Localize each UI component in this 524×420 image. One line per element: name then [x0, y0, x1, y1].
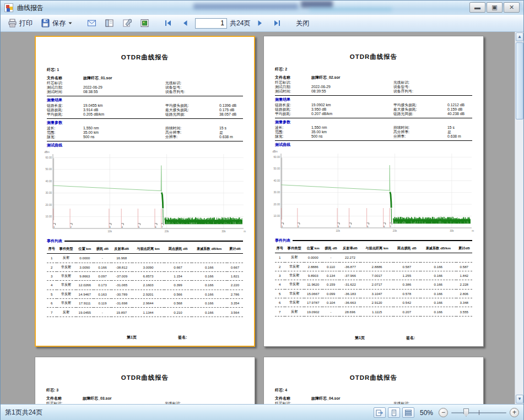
event-cell: 0.166: [94, 263, 111, 271]
event-cell: 0.542: [393, 298, 420, 307]
event-cell: -31.622: [339, 280, 360, 289]
report-page-3[interactable]: OTDR曲线报告 纤芯: 3 文件名称故障纤芯_03.sor 纤芯标识:光缆标识…: [35, 357, 255, 404]
print-button[interactable]: 打印: [5, 17, 35, 30]
watermark-button[interactable]: [137, 17, 152, 29]
event-cell: 0.134: [322, 271, 340, 280]
svg-text:20k: 20k: [393, 230, 397, 232]
event-cell: 9.8903: [304, 271, 322, 280]
section-curve: 测试曲线: [275, 142, 472, 148]
section-params: 测量参数: [275, 119, 472, 125]
svg-text:30.00: 30.00: [274, 191, 280, 194]
svg-text:30.00: 30.00: [46, 192, 52, 194]
params-grid: 波长:1,550 nm 持续时间:15 s 范围:35.00 km 高分辨率:是…: [47, 126, 243, 139]
close-preview-button[interactable]: 关闭: [293, 17, 312, 30]
minimize-button[interactable]: ▬: [469, 2, 485, 13]
event-cell: 19.0455: [76, 308, 94, 317]
previous-page-button[interactable]: [178, 17, 192, 29]
event-cell: 2.786: [227, 290, 243, 298]
event-cell: 1.1115: [360, 307, 393, 316]
event-cell: 0.587: [456, 262, 472, 271]
email-button[interactable]: [84, 17, 99, 29]
glass-reflection: [193, 3, 298, 9]
multi-page-view-button[interactable]: [402, 407, 414, 418]
page-number-input[interactable]: [195, 18, 227, 29]
scroll-up-icon[interactable]: ▲: [516, 32, 523, 41]
event-column-header: 两点损耗 dB: [164, 246, 191, 254]
page-setup-icon: [105, 19, 114, 28]
event-cell: 2.220: [227, 281, 243, 290]
fiber-number: 纤芯: 3: [46, 388, 244, 393]
event-cell: 7: [47, 308, 57, 317]
page-setup-button[interactable]: [102, 17, 117, 29]
svg-text:50.00: 50.00: [274, 168, 280, 171]
save-icon: [41, 19, 50, 28]
event-cell: [132, 254, 165, 263]
first-page-button[interactable]: [161, 17, 175, 29]
svg-text:5: 5: [367, 225, 369, 228]
event-cell: -37.009: [111, 271, 132, 280]
zoom-slider[interactable]: [451, 408, 506, 417]
section-results: 测量结果: [275, 97, 472, 102]
event-cell: 5: [47, 290, 57, 298]
next-page-button[interactable]: [253, 17, 267, 29]
svg-text:30k: 30k: [222, 230, 226, 233]
event-cell: 0.159: [322, 280, 340, 289]
single-page-view-button[interactable]: [388, 407, 400, 418]
event-cell: 3.555: [456, 307, 472, 316]
event-cell: 0.166: [192, 290, 227, 298]
close-window-button[interactable]: ✕: [504, 2, 520, 13]
event-cell: 2.806: [456, 289, 472, 298]
event-table-header: 序号事件类型位置 km损耗 dB反射率dB与前点距离 km两点损耗 dB衰减系数…: [47, 246, 243, 254]
print-preview-area[interactable]: OTDR曲线报告 纤芯: 1 文件名称故障纤芯_01.sor 纤芯标识:光缆标识…: [1, 32, 516, 404]
maximize-button[interactable]: ▣: [487, 2, 503, 13]
report-page-1[interactable]: OTDR曲线报告 纤芯: 1 文件名称故障纤芯_01.sor 纤芯标识:光缆标识…: [35, 36, 255, 347]
event-cell: 12.0266: [76, 281, 94, 290]
event-cell: 0.166: [420, 262, 456, 271]
save-button[interactable]: 保存: [38, 17, 75, 30]
svg-text:m: m: [472, 230, 474, 232]
event-cell: 反射: [57, 308, 76, 317]
zoom-slider-thumb[interactable]: [463, 408, 469, 417]
event-column-header: 与前点距离 km: [132, 246, 165, 254]
zoom-out-button[interactable]: −: [439, 408, 448, 417]
zoom-in-button[interactable]: +: [510, 408, 519, 417]
svg-text:50.00: 50.00: [46, 168, 52, 171]
svg-text:30k: 30k: [450, 230, 454, 232]
svg-text:10.00: 10.00: [46, 215, 52, 218]
print-settings-button[interactable]: [120, 17, 134, 29]
header-info: 纤芯标识:光缆标识: 测试日期:2022-06-29设备型号: 测试时间:08:…: [275, 80, 472, 94]
event-row: 1反射0.0000-16.968: [47, 254, 243, 263]
report-page-4[interactable]: OTDR曲线报告 纤芯: 4 文件名称故障纤芯_04.sor 纤芯标识:光缆标识…: [263, 357, 484, 404]
scroll-down-icon[interactable]: ▼: [516, 395, 523, 403]
event-column-header: 损耗 dB: [322, 245, 340, 253]
event-table: 序号事件类型位置 km损耗 dB反射率dB与前点距离 km两点损耗 dB衰减系数…: [47, 246, 243, 317]
last-page-button[interactable]: [270, 17, 284, 29]
event-cell: 28.696: [339, 307, 360, 316]
event-cell: 5: [275, 289, 285, 298]
event-row: 3非反射9.86630.097-37.0096.85731.1540.1661.…: [47, 271, 243, 280]
fiber-number: 纤芯: 1: [47, 67, 243, 73]
event-cell: 反射: [285, 307, 304, 316]
vertical-scrollbar[interactable]: ▲ ▼: [515, 32, 523, 404]
save-dropdown-caret-icon[interactable]: [68, 21, 73, 25]
report-title: OTDR曲线报告: [275, 53, 472, 61]
multi-page-icon: [404, 410, 412, 416]
event-cell: 0.166: [192, 263, 227, 271]
svg-text:3: 3: [109, 226, 111, 228]
event-cell: 6.8573: [132, 271, 165, 280]
svg-text:1: 1: [53, 226, 55, 228]
fit-width-view-button[interactable]: [374, 407, 386, 418]
svg-text:m: m: [244, 230, 246, 233]
event-cell: 19.0902: [304, 307, 322, 316]
divider: [275, 118, 472, 118]
file-name-row: 文件名称故障纤芯_04.sor: [275, 396, 472, 401]
svg-text:4: 4: [349, 225, 351, 228]
event-row: 3非反射9.89030.134-37.9667.00171.2550.1661.…: [275, 271, 472, 280]
event-column-header: 损耗 dB: [94, 246, 111, 254]
scrollbar-thumb[interactable]: [516, 42, 523, 119]
report-page-2[interactable]: OTDR曲线报告 纤芯: 2 文件名称故障纤芯_02.sor 纤芯标识:光缆标识…: [263, 36, 484, 347]
event-cell: [456, 253, 472, 262]
event-cell: 0.166: [192, 299, 227, 308]
divider: [47, 118, 243, 119]
event-cell: 3.0090: [132, 263, 165, 271]
